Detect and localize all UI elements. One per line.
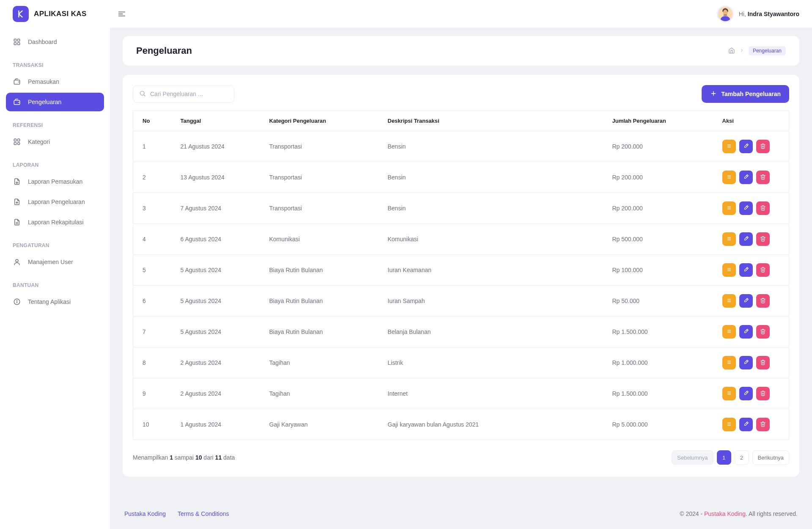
- sidebar-toggle[interactable]: [116, 8, 127, 19]
- cell-jumlah: Rp 200.000: [603, 162, 713, 193]
- cell-no: 1: [133, 131, 171, 162]
- cell-aksi: [713, 224, 789, 255]
- cell-tanggal: 5 Agustus 2024: [171, 286, 260, 317]
- edit-icon: [743, 205, 749, 212]
- header-user[interactable]: Hi, Indra Styawantoro: [717, 6, 799, 22]
- svg-rect-5: [724, 14, 727, 15]
- footer-link-terms[interactable]: Terms & Conditions: [178, 510, 229, 517]
- cell-aksi: [713, 347, 789, 378]
- footer-link-pustaka[interactable]: Pustaka Koding: [124, 510, 166, 517]
- edit-button[interactable]: [739, 201, 753, 215]
- delete-button[interactable]: [756, 387, 770, 400]
- delete-button[interactable]: [756, 263, 770, 277]
- cell-tanggal: 1 Agustus 2024: [171, 409, 260, 440]
- cell-no: 3: [133, 193, 171, 224]
- edit-button[interactable]: [739, 232, 753, 246]
- table-row: 82 Agustus 2024TagihanListrikRp 1.000.00…: [133, 347, 789, 378]
- sidebar-item-tentang[interactable]: Tentang Aplikasi: [6, 292, 104, 311]
- cell-tanggal: 7 Agustus 2024: [171, 193, 260, 224]
- sidebar-section-laporan: LAPORAN: [6, 153, 104, 172]
- svg-line-23: [144, 95, 145, 96]
- delete-button[interactable]: [756, 356, 770, 369]
- cell-jumlah: Rp 5.000.000: [603, 409, 713, 440]
- sidebar-item-dashboard[interactable]: Dashboard: [6, 33, 104, 51]
- table-row: 121 Agustus 2024TransportasiBensinRp 200…: [133, 131, 789, 162]
- delete-button[interactable]: [756, 418, 770, 431]
- trash-icon: [760, 205, 766, 212]
- edit-button[interactable]: [739, 140, 753, 153]
- delete-button[interactable]: [756, 171, 770, 184]
- edit-button[interactable]: [739, 418, 753, 431]
- view-button[interactable]: [722, 325, 736, 339]
- delete-button[interactable]: [756, 201, 770, 215]
- page-next[interactable]: Berikutnya: [752, 450, 789, 465]
- sidebar-item-kategori[interactable]: Kategori: [6, 132, 104, 151]
- edit-icon: [743, 236, 749, 243]
- view-button[interactable]: [722, 418, 736, 431]
- view-button[interactable]: [722, 232, 736, 246]
- cell-jumlah: Rp 500.000: [603, 224, 713, 255]
- user-icon: [13, 258, 21, 266]
- edit-icon: [743, 359, 749, 366]
- logo[interactable]: APLIKASI KAS: [13, 6, 116, 22]
- cell-kategori: Biaya Rutin Bulanan: [260, 255, 379, 286]
- col-deskripsi: Deskripsi Transaksi: [379, 111, 603, 131]
- page-prev[interactable]: Sebelumnya: [672, 450, 713, 465]
- list-icon: [726, 421, 732, 428]
- sidebar-item-laporan-rekapitulasi[interactable]: Laporan Rekapitulasi: [6, 213, 104, 231]
- logo-icon: [13, 6, 29, 22]
- sidebar-item-manajemen-user[interactable]: Manajemen User: [6, 253, 104, 271]
- edit-button[interactable]: [739, 356, 753, 369]
- view-button[interactable]: [722, 171, 736, 184]
- search-input[interactable]: [150, 91, 228, 97]
- view-button[interactable]: [722, 294, 736, 308]
- page-1[interactable]: 1: [717, 450, 731, 465]
- sidebar-item-pengeluaran[interactable]: Pengeluaran: [6, 93, 104, 111]
- edit-icon: [743, 174, 749, 181]
- view-button[interactable]: [722, 140, 736, 153]
- edit-button[interactable]: [739, 294, 753, 308]
- edit-button[interactable]: [739, 263, 753, 277]
- cell-deskripsi: Bensin: [379, 131, 603, 162]
- list-icon: [726, 174, 732, 181]
- list-icon: [726, 205, 732, 212]
- trash-icon: [760, 174, 766, 181]
- sidebar-section-referensi: REFERENSI: [6, 113, 104, 132]
- delete-button[interactable]: [756, 232, 770, 246]
- cell-kategori: Komunikasi: [260, 224, 379, 255]
- col-jumlah: Jumlah Pengeluaran: [603, 111, 713, 131]
- cell-no: 4: [133, 224, 171, 255]
- cell-aksi: [713, 317, 789, 347]
- cell-jumlah: Rp 50.000: [603, 286, 713, 317]
- sidebar-item-label: Dashboard: [28, 39, 57, 45]
- view-button[interactable]: [722, 387, 736, 400]
- table-row: 65 Agustus 2024Biaya Rutin BulananIuran …: [133, 286, 789, 317]
- svg-rect-9: [18, 43, 20, 45]
- sidebar-item-laporan-pengeluaran[interactable]: Laporan Pengeluaran: [6, 193, 104, 211]
- list-icon: [726, 390, 732, 397]
- cell-tanggal: 21 Agustus 2024: [171, 131, 260, 162]
- delete-button[interactable]: [756, 294, 770, 308]
- page-2[interactable]: 2: [735, 450, 749, 465]
- search-box[interactable]: [133, 85, 234, 103]
- delete-button[interactable]: [756, 140, 770, 153]
- edit-button[interactable]: [739, 387, 753, 400]
- sidebar-item-laporan-pemasukan[interactable]: Laporan Pemasukan: [6, 172, 104, 191]
- sidebar-item-label: Manajemen User: [28, 259, 73, 265]
- view-button[interactable]: [722, 201, 736, 215]
- delete-button[interactable]: [756, 325, 770, 339]
- edit-button[interactable]: [739, 171, 753, 184]
- cell-jumlah: Rp 100.000: [603, 255, 713, 286]
- col-aksi: Aksi: [713, 111, 789, 131]
- sidebar-item-pemasukan[interactable]: Pemasukan: [6, 72, 104, 91]
- edit-button[interactable]: [739, 325, 753, 339]
- home-icon[interactable]: [728, 47, 735, 55]
- app-name: APLIKASI KAS: [34, 10, 87, 18]
- add-pengeluaran-button[interactable]: Tambah Pengeluaran: [702, 85, 789, 103]
- cell-jumlah: Rp 200.000: [603, 193, 713, 224]
- grid-icon: [13, 38, 21, 46]
- svg-rect-13: [18, 139, 20, 141]
- view-button[interactable]: [722, 263, 736, 277]
- cell-kategori: Tagihan: [260, 378, 379, 409]
- view-button[interactable]: [722, 356, 736, 369]
